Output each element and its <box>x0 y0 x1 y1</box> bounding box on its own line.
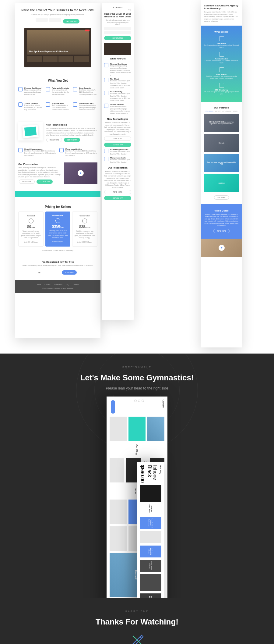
top-mockups-collage: What We Do Business Analysis Administrat… <box>0 0 274 354</box>
read-more-button[interactable]: READ MORE <box>104 137 131 141</box>
get-app-button[interactable]: GET YOU APP <box>104 196 131 200</box>
feature-item: File CloudBird Home Automation's $199 Do… <box>104 78 131 89</box>
get-app-button[interactable]: GET YOU APP <box>64 138 80 142</box>
read-more-button[interactable]: READ MORE <box>46 138 62 142</box>
gallery-image[interactable] <box>110 526 127 551</box>
get-started-button[interactable]: GET STARTED <box>104 36 131 40</box>
pricing-card-corporation[interactable]: Corporation $28/month Watching a movie o… <box>72 212 97 247</box>
portfolio-item[interactable]: Cómodo <box>155 42 197 64</box>
feature-icon <box>18 148 23 152</box>
pricing-card-professional[interactable]: Professional $350/year Watching a movie … <box>45 212 70 247</box>
pricing-card-personal[interactable]: Personal $0/Free Watching a movie on our… <box>18 212 44 247</box>
footer-link[interactable]: Contacts <box>73 284 79 286</box>
section-title: Let's Make Some Gymnastics! <box>6 373 268 382</box>
video-thumbnail[interactable] <box>201 239 242 257</box>
plan-icon <box>82 219 87 223</box>
tech-title: New Technologies <box>104 118 131 120</box>
card[interactable]: Top 10 Tourist Attractions in Albania <box>140 546 161 557</box>
feature-item: Base SecurityBird Home Automation's $199… <box>104 91 131 102</box>
get-started-button[interactable]: GET STARTED <box>63 19 79 23</box>
portfolio-item[interactable]: Ease your shop operations with dependabl… <box>204 154 239 172</box>
service-icon <box>219 83 224 88</box>
portfolio-item[interactable]: Ease your shop operation with dependable… <box>155 89 197 110</box>
lang-selector[interactable]: Eng <box>104 9 131 11</box>
service-icon: SEO Monitoring <box>174 15 185 23</box>
feature-box: Something awesomeBird Home Automation's … <box>18 148 56 157</box>
product-image[interactable] <box>110 458 124 482</box>
send-button[interactable]: SEND MESSAGE <box>156 223 174 228</box>
email-input[interactable] <box>49 18 61 22</box>
feature-icon <box>104 78 108 82</box>
footer-link[interactable]: About <box>37 284 41 286</box>
name-input[interactable] <box>155 207 176 210</box>
portfolio-item[interactable]: Cómodo <box>204 134 239 152</box>
play-icon[interactable] <box>177 135 183 141</box>
blog-image[interactable] <box>110 417 127 441</box>
email-input[interactable] <box>104 31 131 34</box>
card[interactable] <box>140 531 161 543</box>
feature-item: Automatic ReceiptsIt has survived not on… <box>46 87 70 96</box>
get-app-button[interactable]: GET YOU APP <box>104 143 131 147</box>
team-member: Paul HughesCo-Founder and CEO <box>172 170 187 187</box>
gallery-image[interactable] <box>110 500 127 524</box>
card[interactable]: Cosmic Mystery of Missing <box>140 560 161 572</box>
service-item: SEO MonitoringWe know how good you are a… <box>204 83 239 95</box>
blog-image[interactable] <box>147 417 164 441</box>
play-icon[interactable] <box>219 245 225 251</box>
read-more-button[interactable]: READ MORE <box>19 180 35 184</box>
pricing-note: ! Limited Offer: all Plans are FREE for … <box>18 250 97 252</box>
email-input[interactable] <box>177 207 198 210</box>
footer-link[interactable]: FAQ <box>66 284 69 286</box>
cta-button[interactable]: ··· <box>111 400 115 414</box>
see-more-button[interactable]: SEE MORE <box>146 114 161 118</box>
name-input[interactable] <box>36 18 48 22</box>
feature-icon <box>104 104 108 108</box>
prereg-title: Pre-Registered now for Free <box>19 261 96 263</box>
message-input[interactable] <box>155 212 197 221</box>
section-label: HAPPY END <box>6 610 268 613</box>
video-thumbnail[interactable] <box>158 123 201 153</box>
footer-link[interactable]: Services <box>44 284 50 286</box>
tech-image <box>18 122 43 141</box>
feature-item: Finance DashboardMany desktop publishing… <box>18 87 43 96</box>
section-subtitle: Please lean your head to the right side <box>6 386 268 390</box>
product-image[interactable] <box>140 485 161 502</box>
blog-title: Our Blog <box>136 443 139 456</box>
portfolio-item[interactable] <box>155 66 197 87</box>
email-input[interactable] <box>42 271 60 274</box>
mockup-mobile: Cómodo Eng Raise the Level of Your Busin… <box>102 3 134 320</box>
hero-image[interactable] <box>140 574 161 591</box>
portfolio-tabs[interactable]: WEB DESIGNIDENTITYAPPLICATIONSLOGOS <box>204 110 239 112</box>
blog-image[interactable] <box>128 417 146 441</box>
see-more-button[interactable]: SEE MORE <box>214 195 229 200</box>
agency-title: Comodo is a Creative Agency from Germany… <box>204 4 239 10</box>
play-icon[interactable] <box>78 170 84 176</box>
subscribe-button[interactable]: SUBSCRIBE <box>62 270 77 275</box>
read-more-button[interactable]: READ MORE <box>104 190 131 194</box>
feature-icon <box>18 87 23 91</box>
section-title: What You Get <box>18 79 97 82</box>
get-app-button[interactable]: GET YOU APP <box>37 180 53 184</box>
portfolio-item[interactable]: CANVAS <box>204 174 239 192</box>
read-more-button[interactable]: READ MORE <box>213 229 229 233</box>
feature-icon <box>104 157 108 161</box>
name-input[interactable] <box>104 27 131 30</box>
social-icon[interactable] <box>142 400 144 402</box>
service-icon <box>219 52 224 57</box>
social-icon[interactable] <box>138 400 141 402</box>
mockup-sidebar: Comodo is a Creative Agency from Germany… <box>201 0 242 347</box>
service-item: Real MoneyWatching a movie on your smart… <box>204 67 239 80</box>
video-thumbnail[interactable] <box>64 162 97 184</box>
contact-form: SEND MESSAGE <box>155 206 197 231</box>
feature-item: Finance DashboardMany desktop publishing… <box>104 63 131 76</box>
feature-box: Many sweet thinksBird Home Automation's … <box>104 157 131 163</box>
social-icon[interactable] <box>135 400 137 402</box>
design-tools-icon <box>129 632 145 644</box>
showcase-title: The Spokane Espresso Collection <box>29 50 68 53</box>
feature-item: Virtual TerminalMany desktop publishing … <box>104 104 131 115</box>
card[interactable]: How to Get Rid of Espresso Enslavement <box>140 517 161 529</box>
portfolio-item[interactable]: SEO & ANALYTICS Ease your shop operation… <box>204 114 239 132</box>
footer-link[interactable]: Testimonials <box>54 284 63 286</box>
service-item: AdministrationCan team new members URL w… <box>204 52 239 64</box>
rotated-showcase: Cómodo ··· Our Blog <box>0 427 274 598</box>
